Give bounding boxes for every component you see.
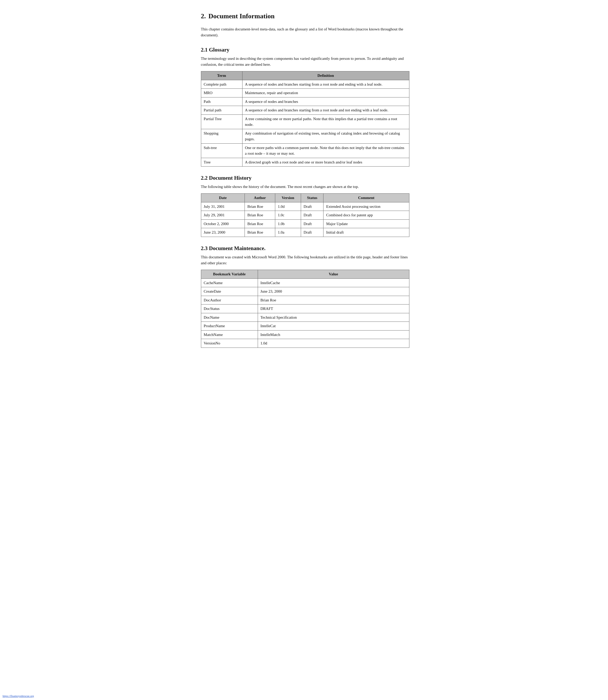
bookmark-variable: CacheName	[201, 278, 258, 287]
bookmark-header-row: Bookmark Variable Value	[201, 270, 409, 279]
history-col-author: Author	[245, 194, 275, 202]
history-author: Brian Roe	[245, 228, 275, 237]
glossary-term: Path	[201, 97, 242, 106]
history-author: Brian Roe	[245, 202, 275, 211]
bookmark-row: DocStatusDRAFT	[201, 305, 409, 313]
history-date: July 29, 2001	[201, 211, 245, 220]
history-header-row: Date Author Version Status Comment	[201, 194, 409, 202]
history-table: Date Author Version Status Comment July …	[201, 193, 410, 237]
section2-3-intro: This document was created with Microsoft…	[201, 254, 410, 266]
bookmark-variable: VersionNo	[201, 339, 258, 348]
history-version: 1.0c	[275, 211, 301, 220]
glossary-col-definition: Definition	[242, 72, 409, 80]
section2-1-intro: The terminology used in describing the s…	[201, 56, 410, 68]
glossary-definition: A sequence of nodes and branches	[242, 97, 409, 106]
section2-1-title: 2.1 Glossary	[201, 47, 410, 53]
bookmark-col-value: Value	[258, 270, 409, 279]
glossary-table: Term Definition Complete pathA sequence …	[201, 71, 410, 167]
history-col-date: Date	[201, 194, 245, 202]
glossary-definition: A sequence of nodes and branches startin…	[242, 80, 409, 89]
history-author: Brian Roe	[245, 211, 275, 220]
glossary-term: Shopping	[201, 129, 242, 143]
history-version: 1.0b	[275, 219, 301, 228]
glossary-header-row: Term Definition	[201, 72, 409, 80]
bookmark-row: ProductNameIntelleCat	[201, 322, 409, 331]
glossary-row: TreeA directed graph with a root node an…	[201, 158, 409, 167]
history-date: July 31, 2001	[201, 202, 245, 211]
section2-title: 2.Document Information	[201, 12, 275, 20]
bookmark-col-variable: Bookmark Variable	[201, 270, 258, 279]
section2-2-intro: The following table shows the history of…	[201, 184, 410, 190]
bookmark-row: VersionNo1.0d	[201, 339, 409, 348]
bookmark-table-header: Bookmark Variable Value	[201, 270, 409, 279]
bookmark-value: Brian Roe	[258, 296, 409, 305]
section2-header: 2.Document Information	[201, 12, 410, 23]
glossary-term: Complete path	[201, 80, 242, 89]
glossary-row: Sub-treeOne or more paths with a common …	[201, 143, 409, 158]
history-row: July 29, 2001Brian Roe1.0cDraftCombined …	[201, 211, 409, 220]
bookmark-value: Technical Specification	[258, 313, 409, 322]
bookmark-variable: DocStatus	[201, 305, 258, 313]
glossary-table-header: Term Definition	[201, 72, 409, 80]
glossary-definition: Maintenance, repair and operation	[242, 89, 409, 97]
bookmark-variable: DocName	[201, 313, 258, 322]
section2-2-title: 2.2 Document History	[201, 175, 410, 181]
glossary-row: ShoppingAny combination of navigation of…	[201, 129, 409, 143]
history-row: July 31, 2001Brian Roe1.0dDraftExtended …	[201, 202, 409, 211]
history-comment: Major Update	[323, 219, 409, 228]
bookmark-variable: CreateDate	[201, 287, 258, 296]
glossary-definition: Any combination of navigation of existin…	[242, 129, 409, 143]
bookmark-row: CreateDateJune 23, 2000	[201, 287, 409, 296]
history-status: Draft	[301, 202, 323, 211]
history-status: Draft	[301, 219, 323, 228]
bookmark-row: DocNameTechnical Specification	[201, 313, 409, 322]
glossary-row: PathA sequence of nodes and branches	[201, 97, 409, 106]
history-table-header: Date Author Version Status Comment	[201, 194, 409, 202]
history-col-status: Status	[301, 194, 323, 202]
history-col-version: Version	[275, 194, 301, 202]
history-row: June 23, 2000Brian Roe1.0aDraftInitial d…	[201, 228, 409, 237]
glossary-term: Tree	[201, 158, 242, 167]
bookmark-variable: DocAuthor	[201, 296, 258, 305]
history-status: Draft	[301, 211, 323, 220]
history-col-comment: Comment	[323, 194, 409, 202]
section2-intro: This chapter contains document-level met…	[201, 26, 410, 38]
glossary-term: Partial Tree	[201, 115, 242, 129]
glossary-term: Partial path	[201, 106, 242, 115]
bookmark-table-body: CacheNameIntelleCacheCreateDateJune 23, …	[201, 278, 409, 348]
glossary-definition: A sequence of nodes and branches startin…	[242, 106, 409, 115]
history-comment: Combined docs for patent app	[323, 211, 409, 220]
bookmark-variable: MatchName	[201, 330, 258, 339]
history-comment: Extended Assist processing section	[323, 202, 409, 211]
bookmark-row: DocAuthorBrian Roe	[201, 296, 409, 305]
bookmark-value: June 23, 2000	[258, 287, 409, 296]
history-comment: Initial draft	[323, 228, 409, 237]
bookmark-value: IntelleCat	[258, 322, 409, 331]
history-version: 1.0d	[275, 202, 301, 211]
section2-number: 2.	[201, 12, 206, 20]
section2-3-title: 2.3 Document Maintenance.	[201, 245, 410, 252]
glossary-term: Sub-tree	[201, 143, 242, 158]
history-status: Draft	[301, 228, 323, 237]
glossary-definition: A tree containing one or more partial pa…	[242, 115, 409, 129]
glossary-row: MROMaintenance, repair and operation	[201, 89, 409, 97]
glossary-row: Partial TreeA tree containing one or mor…	[201, 115, 409, 129]
glossary-table-body: Complete pathA sequence of nodes and bra…	[201, 80, 409, 167]
glossary-definition: One or more paths with a common parent n…	[242, 143, 409, 158]
bookmark-value: 1.0d	[258, 339, 409, 348]
history-author: Brian Roe	[245, 219, 275, 228]
bookmark-variable: ProductName	[201, 322, 258, 331]
history-row: October 2, 2000Brian Roe1.0bDraftMajor U…	[201, 219, 409, 228]
glossary-row: Partial pathA sequence of nodes and bran…	[201, 106, 409, 115]
glossary-definition: A directed graph with a root node and on…	[242, 158, 409, 167]
history-version: 1.0a	[275, 228, 301, 237]
bookmark-value: DRAFT	[258, 305, 409, 313]
glossary-row: Complete pathA sequence of nodes and bra…	[201, 80, 409, 89]
glossary-term: MRO	[201, 89, 242, 97]
history-date: October 2, 2000	[201, 219, 245, 228]
history-date: June 23, 2000	[201, 228, 245, 237]
glossary-col-term: Term	[201, 72, 242, 80]
bookmark-row: MatchNameIntelleMatch	[201, 330, 409, 339]
bookmark-value: IntelleMatch	[258, 330, 409, 339]
bookmark-value: IntelleCache	[258, 278, 409, 287]
